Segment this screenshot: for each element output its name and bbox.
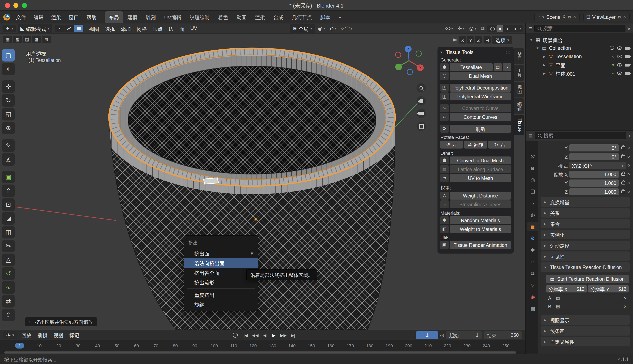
tool-button[interactable]: ⇄ bbox=[2, 295, 15, 308]
viewport-menu[interactable]: 网格 bbox=[134, 24, 150, 33]
topbar-menu[interactable]: 编辑 bbox=[30, 12, 47, 22]
chevron-down-icon[interactable]: ▾ bbox=[628, 134, 630, 138]
gizmo-y-axis[interactable] bbox=[395, 64, 402, 70]
context-menu-item[interactable]: 重复挤出 bbox=[184, 290, 258, 300]
render-animation-button[interactable]: Tissue Render Animation bbox=[450, 241, 511, 249]
rotation-y-field[interactable]: 0° bbox=[569, 144, 619, 152]
workspace-tab[interactable]: + bbox=[334, 12, 346, 23]
context-menu-item[interactable] bbox=[187, 288, 255, 289]
convert-curve-button[interactable]: Convert to Curve bbox=[450, 104, 511, 112]
frame-tick[interactable]: 10 bbox=[30, 340, 49, 350]
blender-logo-icon[interactable] bbox=[3, 14, 10, 20]
jump-to-end-button[interactable]: ▶| bbox=[289, 331, 297, 339]
workspace-tab[interactable]: 纹理绘制 bbox=[186, 11, 214, 23]
contour-curves-icon[interactable]: ≋ bbox=[440, 113, 449, 121]
eye-icon[interactable] bbox=[617, 63, 622, 66]
properties-tab[interactable]: ⚒ bbox=[527, 152, 538, 161]
frame-tick[interactable]: 40 bbox=[88, 340, 107, 350]
timeline-menu[interactable]: 视图 bbox=[50, 330, 66, 340]
active-face[interactable] bbox=[204, 178, 219, 184]
next-keyframe-button[interactable]: ▶▶ bbox=[279, 331, 288, 339]
frame-tick[interactable]: 190 bbox=[379, 340, 399, 350]
search-input[interactable] bbox=[544, 133, 623, 138]
tool-button[interactable]: ⊕ bbox=[2, 122, 15, 134]
frame-start-field[interactable]: 起始 1 bbox=[446, 331, 482, 339]
copy-icon[interactable]: ⧉ bbox=[568, 14, 571, 20]
resolution-y-field[interactable]: 分辨率 Y 512 bbox=[588, 285, 629, 292]
viewport-menu[interactable]: 面 bbox=[177, 24, 187, 33]
mode-dropdown[interactable]: ◣ 编辑模式 ▾ bbox=[17, 24, 53, 33]
workspace-tab[interactable]: UV编辑 bbox=[160, 11, 185, 23]
rotation-z-field[interactable]: 0° bbox=[569, 153, 619, 160]
current-frame-field[interactable]: 1 bbox=[416, 331, 438, 339]
tissue-rd-section[interactable]: ▾ Tissue Texture Reaction-Diffusion bbox=[541, 262, 630, 272]
prev-keyframe-button[interactable]: ◀◀ bbox=[251, 331, 259, 339]
snap-widget-button[interactable]: ⊞ bbox=[484, 36, 491, 44]
lock-icon[interactable] bbox=[621, 182, 625, 184]
scrollbar-thumb[interactable] bbox=[4, 352, 516, 354]
camera-render-icon[interactable] bbox=[625, 64, 630, 66]
properties-tab[interactable]: ▩ bbox=[527, 304, 538, 313]
poly-decomp-button[interactable]: Polyhedral Decomposition bbox=[450, 84, 511, 92]
frame-tick[interactable]: 30 bbox=[69, 340, 88, 350]
outliner-row[interactable]: ▶ ▽ 平面 ▿ bbox=[527, 61, 632, 69]
dual-mesh-button[interactable]: Dual Mesh bbox=[450, 72, 511, 80]
pivot-point-dropdown[interactable]: ◉ ▾ bbox=[316, 25, 327, 32]
editor-type-button[interactable]: ⊞ ▾ bbox=[3, 25, 16, 32]
proportional-editing-toggle[interactable]: ○ ⌒ ▾ bbox=[339, 24, 354, 33]
convert-dual-button[interactable]: Convert to Dual Mesh bbox=[450, 156, 511, 164]
mesh-woven-floor[interactable] bbox=[128, 66, 376, 174]
options-dropdown[interactable]: 选项 ▾ bbox=[492, 36, 512, 44]
properties-editor-icon[interactable]: ▤ bbox=[528, 133, 533, 138]
streamlines-button[interactable]: Streamlines Curves bbox=[450, 200, 511, 208]
frame-tick[interactable]: 120 bbox=[243, 340, 263, 350]
animate-dot-icon[interactable] bbox=[627, 147, 630, 149]
tool-button[interactable]: ✛ bbox=[2, 80, 15, 93]
tool-button[interactable]: ⇑ bbox=[2, 184, 15, 197]
workspace-tab[interactable]: 合成 bbox=[269, 11, 288, 23]
poly-wire-icon[interactable]: ◫ bbox=[440, 92, 449, 100]
selection-option-button[interactable]: ▧ bbox=[13, 36, 22, 43]
sidebar-tab[interactable]: 视图 bbox=[514, 82, 524, 98]
lock-icon[interactable] bbox=[621, 155, 625, 158]
panel-section[interactable]: ▸ 集合 bbox=[541, 219, 630, 228]
rotate-right-button[interactable]: ↻右 bbox=[488, 140, 511, 148]
frame-tick[interactable]: 230 bbox=[457, 340, 477, 350]
timeline-menu[interactable]: 插帧 bbox=[34, 330, 50, 340]
outliner-row[interactable]: ▶ ▽ 柱体.001 ▿ bbox=[527, 69, 632, 78]
tessellate-option-button[interactable]: ◑ bbox=[503, 63, 511, 71]
frame-tick[interactable]: 20 bbox=[49, 340, 69, 350]
context-menu-item[interactable]: 挤出面 E bbox=[184, 248, 258, 258]
show-gizmo-dropdown[interactable]: ✛ ▾ bbox=[456, 25, 466, 32]
close-icon[interactable]: ✕ bbox=[623, 15, 626, 19]
workspace-tab[interactable]: 动画 bbox=[232, 11, 251, 23]
dual-mesh-icon[interactable]: ⬡ bbox=[440, 72, 449, 80]
outliner-item-label[interactable]: Tessellation bbox=[555, 54, 582, 60]
poly-decomp-icon[interactable]: ◳ bbox=[440, 84, 449, 92]
mirror-axis-button[interactable]: Z bbox=[475, 36, 482, 44]
selection-option-button[interactable]: ▦ bbox=[3, 36, 12, 43]
refresh-icon[interactable]: ⟳ bbox=[440, 125, 449, 133]
frame-tick[interactable]: 100 bbox=[205, 340, 224, 350]
frame-tick[interactable]: 180 bbox=[360, 340, 379, 350]
overlays-dropdown[interactable]: ◎ ▾ bbox=[468, 25, 478, 32]
collection-checkbox[interactable] bbox=[610, 46, 614, 50]
workspace-tab[interactable]: 雕刻 bbox=[142, 11, 160, 23]
topbar-menu[interactable]: 窗口 bbox=[65, 12, 83, 22]
animate-dot-icon[interactable] bbox=[627, 173, 630, 175]
frame-tick[interactable]: 110 bbox=[224, 340, 243, 350]
timeline-menu[interactable]: 回放 bbox=[19, 330, 34, 340]
lock-icon[interactable] bbox=[621, 173, 625, 176]
viewport-menu[interactable]: UV bbox=[187, 24, 200, 33]
workspace-tab[interactable]: 渲染 bbox=[251, 11, 269, 23]
eye-icon[interactable] bbox=[617, 55, 622, 58]
viewport-menu[interactable]: 视图 bbox=[86, 24, 102, 33]
frame-tick[interactable]: 250 bbox=[496, 340, 515, 350]
workspace-tab[interactable]: 着色 bbox=[214, 11, 232, 23]
resolution-x-field[interactable]: 分辨率 X 512 bbox=[546, 285, 587, 292]
auto-keyframe-toggle[interactable] bbox=[233, 332, 238, 338]
drag-handle-icon[interactable]: ∷∷ bbox=[505, 50, 511, 54]
mirror-axis-button[interactable]: X bbox=[459, 36, 466, 44]
frame-tick[interactable]: 90 bbox=[185, 340, 205, 350]
frame-tick[interactable]: 70 bbox=[146, 340, 166, 350]
